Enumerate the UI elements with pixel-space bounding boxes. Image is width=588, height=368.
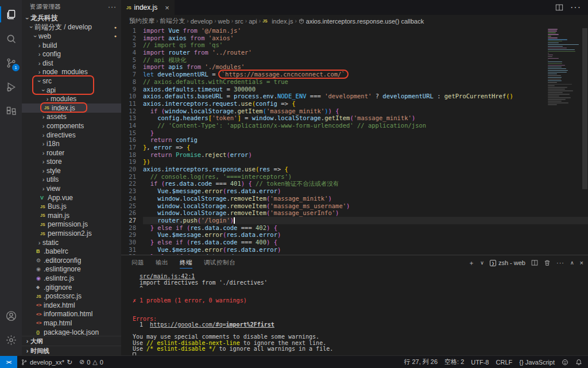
run-debug-icon[interactable]	[0, 75, 22, 99]
outline-section[interactable]: › 大纲	[22, 336, 121, 346]
extensions-icon[interactable]	[0, 99, 22, 123]
code-line-20[interactable]: axios.interceptors.response.use(res => {	[143, 166, 588, 173]
more-actions-icon[interactable]: ···	[570, 2, 581, 13]
breadcrumb-item-6[interactable]: api	[249, 18, 257, 25]
tree-item-.eslintignore[interactable]: ◉.eslintignore	[22, 265, 121, 274]
code-line-8[interactable]: // axios.defaults.withCredentials = true	[143, 78, 588, 86]
cursor-position[interactable]: 行 27, 列 26	[400, 358, 441, 366]
tree-item-i18n[interactable]: ›i18n	[22, 139, 121, 148]
tree-item-.babelrc[interactable]: B.babelrc	[22, 247, 121, 256]
code-line-11[interactable]: axios.interceptors.request.use(config =>…	[143, 100, 588, 108]
code-line-13[interactable]: config.headers['token'] = window.localSt…	[143, 114, 588, 122]
language-mode[interactable]: {} JavaScript	[516, 359, 558, 366]
indentation-setting[interactable]: 空格: 2	[441, 358, 467, 366]
code-line-22[interactable]: if (res.data.code === 401) { // token验证不…	[143, 180, 588, 187]
tree-item-permission2.js[interactable]: JSpermission2.js	[22, 229, 121, 238]
source-control-icon[interactable]: 1	[0, 51, 22, 75]
tree-item-Bus.js[interactable]: JSBus.js	[22, 202, 121, 211]
tree-item-directives[interactable]: ›directives	[22, 131, 121, 140]
sidebar-more-actions-icon[interactable]: ···	[108, 3, 117, 11]
tree-item-龙兵科技[interactable]: ›龙兵科技	[22, 14, 121, 23]
tree-item-dist[interactable]: ›dist	[22, 59, 121, 68]
code-line-3[interactable]: // import qs from 'qs'	[143, 41, 588, 49]
code-line-25[interactable]: window.localStorage.removeItem('massage_…	[143, 202, 588, 210]
kill-terminal-trash-icon[interactable]	[544, 259, 551, 266]
code-line-24[interactable]: window.localStorage.removeItem('massage_…	[143, 195, 588, 202]
code-line-28[interactable]: } else if (res.data.code === 402) {	[143, 224, 588, 232]
tab-terminal[interactable]: 终端	[180, 255, 192, 270]
minimap[interactable]	[548, 27, 581, 106]
maximize-panel-icon[interactable]: ∧	[570, 260, 574, 266]
tab-index-js[interactable]: JS index.js ×	[121, 0, 175, 15]
breadcrumb-item-1[interactable]: 预约按摩	[129, 17, 154, 25]
code-line-17[interactable]: }, error => {	[143, 144, 588, 151]
eol-setting[interactable]: CRLF	[493, 359, 516, 366]
code-line-9[interactable]: axios.defaults.timeout = 300000	[143, 86, 588, 93]
code-line-18[interactable]: return Promise.reject(error)	[143, 151, 588, 159]
code-line-2[interactable]: import axios from 'axios'	[143, 34, 588, 42]
notifications-bell-icon[interactable]	[572, 359, 588, 366]
breadcrumb-item-3[interactable]: develop	[191, 18, 213, 25]
tree-item-.postcssrc.js[interactable]: JS.postcssrc.js	[22, 292, 121, 301]
tree-item-src[interactable]: ›src	[22, 76, 121, 86]
code-line-32[interactable]: } else if (res.data.code	[143, 253, 588, 255]
terminal-dropdown-icon[interactable]: ∨	[480, 260, 484, 266]
tree-item-index.html[interactable]: <>index.html	[22, 301, 121, 310]
tab-close-icon[interactable]: ×	[165, 3, 169, 12]
tree-item-node_modules[interactable]: ›node_modules	[22, 68, 121, 77]
tree-item-config[interactable]: ›config	[22, 49, 121, 59]
timeline-section[interactable]: › 时间线	[22, 346, 121, 355]
code-line-7[interactable]: let developmentURL = `https://massage.cn…	[143, 71, 588, 78]
tree-item-.eslintrc.js[interactable]: ◉.eslintrc.js	[22, 274, 121, 283]
tree-item-utils[interactable]: ›utils	[22, 175, 121, 185]
breadcrumb-item-7[interactable]: JSindex.js	[262, 18, 293, 25]
tree-item-assets[interactable]: ›assets	[22, 113, 121, 122]
tree-item-.editorconfig[interactable]: ⚙.editorconfig	[22, 256, 121, 265]
tree-item-static[interactable]: ›static	[22, 238, 121, 247]
explorer-icon[interactable]	[0, 2, 22, 26]
code-line-27[interactable]: router.push('/login')	[143, 217, 588, 224]
code-line-26[interactable]: window.localStorage.removeItem('massage_…	[143, 209, 588, 217]
breadcrumb-item-2[interactable]: 前端分支	[160, 17, 185, 25]
tree-item-build[interactable]: ›build	[22, 41, 121, 50]
new-terminal-icon[interactable]: ＋	[468, 259, 474, 267]
feedback-icon[interactable]	[558, 359, 572, 366]
tree-item-permission.js[interactable]: JSpermission.js	[22, 220, 121, 229]
encoding-setting[interactable]: UTF-8	[467, 359, 492, 366]
code-editor[interactable]: 1234567891011121314151617181920212223242…	[121, 27, 588, 255]
code-line-14[interactable]: // 'Content-Type': 'application/x-www-fo…	[143, 122, 588, 129]
code-line-12[interactable]: if (window.localStorage.getItem('massage…	[143, 108, 588, 115]
code-line-23[interactable]: Vue.$message.error(res.data.error)	[143, 187, 588, 195]
tree-item-package-lock.json[interactable]: {}package-lock.json	[22, 328, 121, 336]
tab-output[interactable]: 输出	[156, 255, 168, 270]
panel-more-icon[interactable]: ···	[556, 259, 564, 266]
code-line-15[interactable]: }	[143, 129, 588, 137]
tree-item-index.js[interactable]: JSindex.js	[22, 103, 121, 113]
code-line-31[interactable]: Vue.$message.error(res.data.error)	[143, 246, 588, 254]
code-line-21[interactable]: // console.log(res, '====interceptors')	[143, 173, 588, 181]
tree-item-main.js[interactable]: JSmain.js	[22, 211, 121, 220]
tab-problems[interactable]: 问题	[131, 255, 144, 270]
problems-item[interactable]: ⊘ 0 △ 0	[76, 356, 107, 368]
terminal-output[interactable]: src/main.js:42:1 import directives from …	[121, 270, 588, 355]
settings-gear-icon[interactable]	[0, 328, 22, 352]
tree-item-api[interactable]: ›api	[22, 86, 121, 95]
code-line-29[interactable]: Vue.$message.error(res.data.error)	[143, 231, 588, 239]
close-panel-icon[interactable]: ×	[580, 259, 583, 266]
tree-item-map.html[interactable]: <>map.html	[22, 319, 121, 328]
remote-indicator[interactable]: ><	[0, 356, 17, 368]
tree-item-view[interactable]: ›view	[22, 184, 121, 193]
split-editor-icon[interactable]	[555, 3, 563, 12]
breadcrumb-item-5[interactable]: src	[235, 18, 243, 25]
tree-item-.gitignore[interactable]: ◆.gitignore	[22, 283, 121, 292]
account-icon[interactable]	[0, 304, 22, 328]
code-line-1[interactable]: import Vue from '@/main.js'	[143, 27, 588, 34]
breadcrumb-item-4[interactable]: web	[218, 18, 230, 25]
code-line-10[interactable]: axios.defaults.baseURL = process.env.NOD…	[143, 93, 588, 100]
tree-item-information.html[interactable]: <>information.html	[22, 310, 121, 319]
tab-debug-console[interactable]: 调试控制台	[204, 255, 235, 270]
code-line-6[interactable]: import apis from './modules'	[143, 63, 588, 71]
code-line-19[interactable]: })	[143, 158, 588, 166]
code-line-30[interactable]: } else if (res.data.code === 400) {	[143, 239, 588, 246]
code-line-5[interactable]: // api 模块化	[143, 56, 588, 64]
